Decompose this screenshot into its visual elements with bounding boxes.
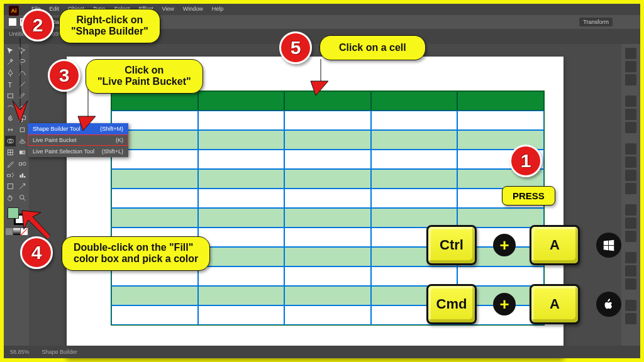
step-3-callout: Click on"Live Paint Bucket" xyxy=(86,59,203,94)
panel-icon[interactable] xyxy=(625,122,636,133)
svg-point-22 xyxy=(19,195,24,199)
panel-icon[interactable] xyxy=(625,74,636,85)
hand-tool-icon[interactable] xyxy=(5,192,16,203)
step-3-arrow-icon xyxy=(69,88,101,132)
panel-icon[interactable] xyxy=(625,96,636,107)
step-4-callout: Double-click on the "Fill"color box and … xyxy=(62,236,210,271)
ctx-live-paint-selection[interactable]: Live Paint Selection Tool(Shift+L) xyxy=(28,146,128,157)
apple-icon xyxy=(596,292,621,317)
color-mode-icon[interactable] xyxy=(6,228,13,235)
width-tool-icon[interactable] xyxy=(5,124,16,135)
step-2-arrow-icon xyxy=(8,38,33,126)
ctx-live-paint-bucket[interactable]: Live Paint Bucket(K) xyxy=(28,134,128,146)
fill-color-box[interactable] xyxy=(8,207,19,219)
transform-panel[interactable]: Transform xyxy=(579,18,613,26)
panel-icon[interactable] xyxy=(625,252,636,263)
zoom-level[interactable]: 58.85% xyxy=(10,349,30,355)
perspective-grid-tool-icon[interactable] xyxy=(17,136,28,146)
blend-tool-icon[interactable] xyxy=(17,158,28,169)
windows-icon xyxy=(596,233,621,258)
svg-rect-11 xyxy=(19,151,25,154)
panel-icon[interactable] xyxy=(625,300,636,311)
panel-icon[interactable] xyxy=(625,156,636,168)
artboard-tool-icon[interactable] xyxy=(5,181,16,192)
panel-icon[interactable] xyxy=(625,313,636,324)
panel-icon[interactable] xyxy=(625,143,636,155)
panel-icon[interactable] xyxy=(625,217,636,229)
panel-icon[interactable] xyxy=(625,61,636,72)
panel-icon[interactable] xyxy=(625,183,636,194)
menu-edit[interactable]: Edit xyxy=(50,6,60,13)
panel-icon[interactable] xyxy=(625,278,636,290)
svg-rect-14 xyxy=(8,175,11,177)
a-key: A xyxy=(530,284,580,324)
gradient-tool-icon[interactable] xyxy=(17,147,28,158)
svg-rect-19 xyxy=(22,173,23,178)
step-2-callout: Right-click on"Shape Builder" xyxy=(59,9,160,43)
svg-rect-18 xyxy=(19,175,21,178)
current-tool-label: Shape Builder xyxy=(42,349,78,355)
status-bar: 58.85% Shape Builder xyxy=(4,346,640,358)
step-4-badge: 4 xyxy=(20,236,53,269)
step-5-arrow-icon xyxy=(302,59,333,97)
app-logo: Ai xyxy=(9,6,19,16)
eyedropper-tool-icon[interactable] xyxy=(5,158,16,169)
press-label: PRESS xyxy=(502,186,555,206)
svg-point-13 xyxy=(23,162,26,165)
panel-icon[interactable] xyxy=(625,109,636,120)
menu-help[interactable]: Help xyxy=(212,6,224,13)
table-object[interactable] xyxy=(111,90,545,326)
svg-rect-12 xyxy=(19,163,22,165)
step-2-badge: 2 xyxy=(21,9,54,41)
svg-rect-7 xyxy=(20,128,25,132)
artboard[interactable] xyxy=(67,57,564,358)
svg-rect-21 xyxy=(8,184,13,189)
shape-builder-tool-icon[interactable] xyxy=(5,136,16,146)
a-key: A xyxy=(530,225,580,265)
menu-window[interactable]: Window xyxy=(183,6,203,13)
panel-icon[interactable] xyxy=(625,265,636,277)
step-1-badge: 1 xyxy=(509,145,542,177)
zoom-tool-icon[interactable] xyxy=(17,192,28,203)
step-5-callout: Click on a cell xyxy=(319,35,426,60)
panel-icon[interactable] xyxy=(625,48,636,59)
svg-point-17 xyxy=(12,176,13,177)
free-transform-tool-icon[interactable] xyxy=(17,124,28,135)
svg-point-16 xyxy=(13,175,14,176)
step-5-badge: 5 xyxy=(279,31,312,64)
plus-icon: + xyxy=(493,293,516,315)
step-3-badge: 3 xyxy=(48,59,80,92)
cmd-key: Cmd xyxy=(426,284,477,324)
symbol-sprayer-tool-icon[interactable] xyxy=(5,170,16,180)
ctrl-key: Ctrl xyxy=(426,225,477,265)
mesh-tool-icon[interactable] xyxy=(5,147,16,158)
svg-point-15 xyxy=(12,173,13,174)
slice-tool-icon[interactable] xyxy=(17,181,28,192)
right-panels xyxy=(621,44,640,346)
panel-icon[interactable] xyxy=(625,170,636,181)
plus-icon: + xyxy=(493,234,516,256)
svg-line-23 xyxy=(23,199,25,200)
panel-icon[interactable] xyxy=(625,204,636,216)
menu-view[interactable]: View xyxy=(162,6,174,13)
panel-icon[interactable] xyxy=(625,231,636,242)
svg-rect-20 xyxy=(24,176,25,177)
column-graph-tool-icon[interactable] xyxy=(17,170,28,180)
